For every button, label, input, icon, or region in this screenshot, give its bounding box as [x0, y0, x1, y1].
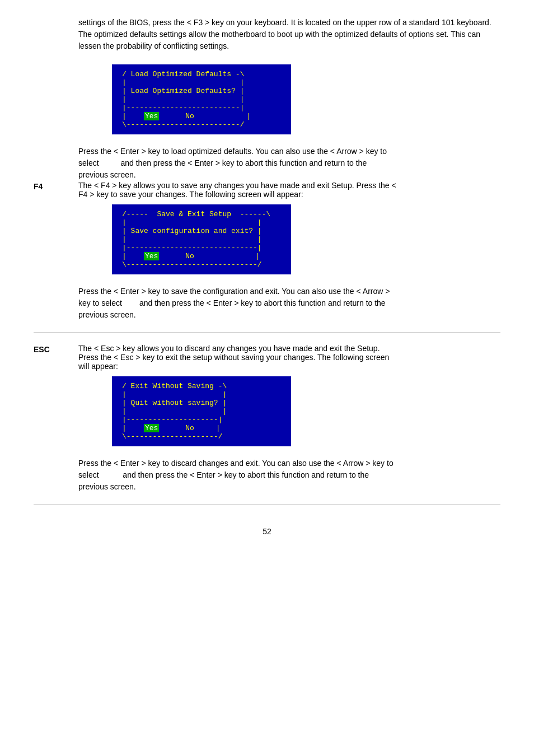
exit-saving-yesno: | Yes No |	[122, 424, 281, 432]
exit-saving-title: / Exit Without Saving -\	[122, 382, 281, 390]
load-defaults-box: / Load Optimized Defaults -\ | | | Load …	[112, 64, 291, 134]
intro-section: settings of the BIOS, press the < F3 > k…	[78, 17, 500, 181]
save-yes-highlight[interactable]: Yes	[144, 252, 159, 260]
exit-saving-pipe2: | |	[122, 407, 281, 416]
esc-key: ESC	[34, 344, 78, 354]
esc-text: The < Esc > key allows you to discard an…	[78, 344, 500, 371]
intro-text: settings of the BIOS, press the < F3 > k…	[78, 17, 500, 52]
save-exit-box: /----- Save & Exit Setup ------\ | | | S…	[112, 204, 291, 274]
load-defaults-prompt: | Load Optimized Defaults? |	[122, 87, 281, 95]
exit-saving-line2: select and then press the < Enter > key …	[78, 470, 369, 479]
save-exit-title: /----- Save & Exit Setup ------\	[122, 210, 281, 218]
exit-saving-prompt: | Quit without saving? |	[122, 399, 281, 407]
exit-saving-close: \---------------------/	[122, 432, 281, 441]
exit-saving-pipe1: | |	[122, 390, 281, 399]
save-exit-prompt: | Save configuration and exit? |	[122, 227, 281, 235]
f4-content: The < F4 > key allows you to save any ch…	[78, 181, 500, 321]
esc-content: The < Esc > key allows you to discard an…	[78, 344, 500, 493]
page-container: settings of the BIOS, press the < F3 > k…	[0, 0, 534, 756]
load-defaults-yesno: | Yes No |	[122, 112, 281, 120]
save-exit-follow: Press the < Enter > key to save the conf…	[78, 286, 500, 321]
esc-section: ESC The < Esc > key allows you to discar…	[34, 344, 500, 505]
save-exit-yesno: | Yes No |	[122, 252, 281, 260]
save-exit-close: \------------------------------/	[122, 260, 281, 269]
f4-text: The < F4 > key allows you to save any ch…	[78, 181, 500, 199]
exit-saving-box: / Exit Without Saving -\ | | | Quit with…	[112, 376, 291, 446]
save-exit-line2: key to select and then press the < Enter…	[78, 298, 386, 307]
exit-saving-sep: |---------------------|	[122, 416, 281, 424]
exit-yes-highlight[interactable]: Yes	[144, 424, 159, 432]
load-defaults-title: / Load Optimized Defaults -\	[122, 70, 281, 78]
page-number: 52	[34, 527, 500, 536]
exit-saving-follow: Press the < Enter > key to discard chang…	[78, 458, 500, 493]
load-defaults-pipe1: | |	[122, 78, 281, 87]
load-defaults-follow: Press the < Enter > key to load optimize…	[78, 146, 500, 181]
save-exit-pipe2: | |	[122, 235, 281, 244]
yes-highlight[interactable]: Yes	[144, 112, 159, 120]
load-defaults-line2: select and then press the < Enter > key …	[78, 158, 367, 167]
save-exit-sep: |------------------------------|	[122, 244, 281, 252]
f4-section: F4 The < F4 > key allows you to save any…	[34, 181, 500, 333]
load-defaults-close: \--------------------------/	[122, 120, 281, 129]
f4-key: F4	[34, 181, 78, 191]
load-defaults-pipe2: | |	[122, 95, 281, 104]
load-defaults-sep: |--------------------------|	[122, 104, 281, 112]
save-exit-pipe1: | |	[122, 218, 281, 227]
